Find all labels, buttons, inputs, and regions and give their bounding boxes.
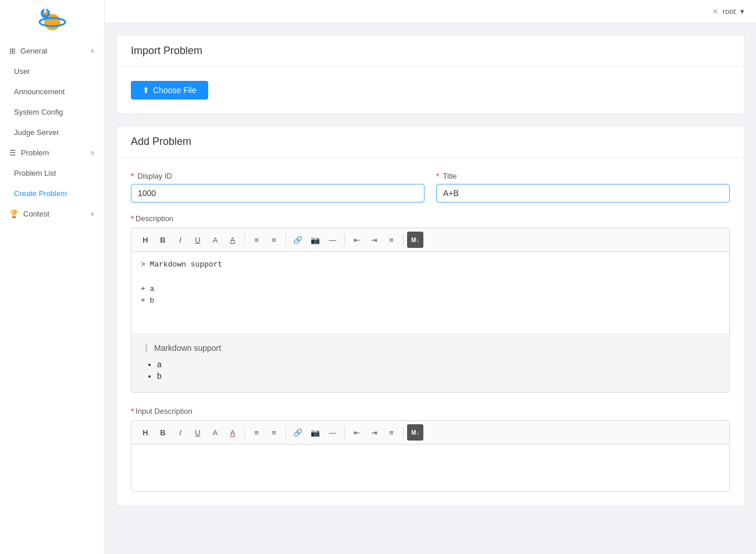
import-problem-body: ⬆ Choose File	[117, 67, 744, 113]
general-grid-icon: ⊞	[9, 47, 16, 55]
sidebar-item-system-config[interactable]: System Config	[0, 102, 104, 122]
required-star-desc: *	[131, 214, 134, 223]
preview-list-item: a	[157, 360, 715, 369]
chevron-up-icon: ∧	[90, 47, 95, 55]
close-icon: ✕	[712, 8, 718, 16]
topbar-dropdown-icon: ▾	[740, 7, 744, 16]
toolbar-image-btn[interactable]: 📷	[307, 232, 323, 248]
toolbar-color-btn[interactable]: A	[224, 232, 241, 248]
required-star-id: *	[131, 172, 134, 180]
input-description-toolbar: H B I U A A ≡ ≡ 🔗 📷 —	[131, 421, 729, 445]
input-toolbar-align-btn[interactable]: ≡	[383, 424, 400, 441]
input-toolbar-sep-2	[286, 427, 286, 438]
input-description-editor-body[interactable]	[131, 445, 729, 491]
sidebar-group-problem-header[interactable]: ☰ Problem ∧	[0, 143, 104, 163]
input-toolbar-color-btn[interactable]: A	[224, 424, 241, 441]
toolbar-heading-btn[interactable]: H	[137, 232, 154, 248]
add-problem-card: Add Problem * Display ID * Title	[116, 126, 744, 506]
import-problem-card: Import Problem ⬆ Choose File	[116, 35, 744, 114]
sidebar-group-contest: 🏆 Contest ∨	[0, 204, 104, 224]
preview-blockquote: Markdown support	[145, 343, 715, 353]
toolbar-link-btn[interactable]: 🔗	[290, 232, 306, 248]
title-label: * Title	[436, 172, 730, 180]
form-group-display-id: * Display ID	[131, 172, 425, 203]
input-toolbar-sep-3	[344, 427, 345, 438]
sidebar-item-problem-list[interactable]: Problem List	[0, 163, 104, 183]
sidebar-group-general: ⊞ General ∧ User Announcement System Con…	[0, 41, 104, 143]
input-toolbar-link-btn[interactable]: 🔗	[290, 424, 306, 441]
input-toolbar-indent-btn[interactable]: ⇥	[366, 424, 382, 441]
input-description-label: * Input Description	[131, 407, 730, 416]
choose-file-button[interactable]: ⬆ Choose File	[131, 81, 208, 100]
sidebar-item-create-problem[interactable]: Create Problem	[0, 183, 104, 204]
toolbar-ol-btn[interactable]: ≡	[248, 232, 265, 248]
input-toolbar-heading-btn[interactable]: H	[137, 424, 154, 441]
required-star-title: *	[436, 172, 439, 180]
sidebar-group-general-label: General	[20, 47, 47, 55]
toolbar-bold-btn[interactable]: B	[155, 232, 171, 248]
toolbar-sep-2	[286, 234, 286, 246]
add-problem-body: * Display ID * Title	[117, 158, 744, 506]
input-description-editor: H B I U A A ≡ ≡ 🔗 📷 —	[131, 420, 730, 492]
input-toolbar-bold-btn[interactable]: B	[155, 424, 171, 441]
toolbar-sep-3	[344, 234, 345, 246]
topbar-username: root	[723, 7, 736, 16]
input-description-section: * Input Description H B I U A A ≡	[131, 407, 730, 492]
toolbar-ul-btn[interactable]: ≡	[266, 232, 282, 248]
toolbar-hr-btn[interactable]: —	[324, 232, 341, 248]
toolbar-markdown-btn[interactable]: M↓	[407, 232, 423, 248]
sidebar-logo	[0, 0, 104, 41]
contest-trophy-icon: 🏆	[9, 209, 19, 218]
description-preview: Markdown support a b	[131, 333, 729, 392]
input-toolbar-hr-btn[interactable]: —	[324, 424, 341, 441]
input-toolbar-outdent-btn[interactable]: ⇤	[348, 424, 365, 441]
upload-icon: ⬆	[142, 86, 149, 95]
toolbar-italic-btn[interactable]: I	[172, 232, 188, 248]
topbar-user-menu[interactable]: ✕ root ▾	[712, 7, 744, 16]
description-label: * Description	[131, 214, 730, 223]
sidebar-item-user[interactable]: User	[0, 61, 104, 81]
input-toolbar-ul-btn[interactable]: ≡	[266, 424, 282, 441]
input-toolbar-ol-btn[interactable]: ≡	[248, 424, 265, 441]
toolbar-sep-1	[244, 234, 245, 246]
required-star-input-desc: *	[131, 407, 134, 416]
preview-list-item: b	[157, 371, 715, 381]
display-id-label: * Display ID	[131, 172, 425, 180]
title-input[interactable]	[436, 184, 730, 203]
preview-list: a b	[145, 360, 715, 381]
form-group-title: * Title	[436, 172, 730, 203]
input-toolbar-markdown-btn[interactable]: M↓	[407, 424, 423, 441]
svg-point-4	[44, 12, 47, 15]
logo-icon	[35, 5, 70, 37]
input-toolbar-italic-btn[interactable]: I	[172, 424, 188, 441]
input-toolbar-sep-1	[244, 427, 245, 438]
chevron-up-icon-2: ∧	[90, 149, 95, 157]
input-toolbar-font-btn[interactable]: A	[207, 424, 223, 441]
import-problem-title: Import Problem	[117, 35, 744, 67]
description-editor: H B I U A A ≡ ≡ 🔗 📷 —	[131, 228, 730, 393]
input-toolbar-underline-btn[interactable]: U	[190, 424, 206, 441]
sidebar-item-judge-server[interactable]: Judge Server	[0, 122, 104, 143]
form-row-id-title: * Display ID * Title	[131, 172, 730, 203]
add-problem-title: Add Problem	[117, 126, 744, 158]
toolbar-font-btn[interactable]: A	[207, 232, 223, 248]
description-toolbar: H B I U A A ≡ ≡ 🔗 📷 —	[131, 228, 729, 252]
input-toolbar-sep-4	[403, 427, 404, 438]
sidebar-group-contest-header[interactable]: 🏆 Contest ∨	[0, 204, 104, 224]
toolbar-underline-btn[interactable]: U	[190, 232, 206, 248]
sidebar-group-general-header[interactable]: ⊞ General ∧	[0, 41, 104, 61]
input-toolbar-image-btn[interactable]: 📷	[307, 424, 323, 441]
sidebar-group-problem-label: Problem	[21, 148, 49, 157]
sidebar-item-announcement[interactable]: Announcement	[0, 81, 104, 102]
main-content: Import Problem ⬆ Choose File Add Problem…	[105, 23, 756, 554]
toolbar-align-btn[interactable]: ≡	[383, 232, 400, 248]
toolbar-indent-btn[interactable]: ⇥	[366, 232, 382, 248]
description-editor-body[interactable]: > Markdown support + a + b	[131, 252, 729, 333]
topbar: ✕ root ▾	[105, 0, 756, 23]
toolbar-sep-4	[403, 234, 404, 246]
chevron-down-icon: ∨	[90, 210, 95, 218]
sidebar-group-contest-label: Contest	[23, 209, 49, 218]
toolbar-outdent-btn[interactable]: ⇤	[348, 232, 365, 248]
problem-list-icon: ☰	[9, 148, 16, 157]
display-id-input[interactable]	[131, 184, 425, 203]
